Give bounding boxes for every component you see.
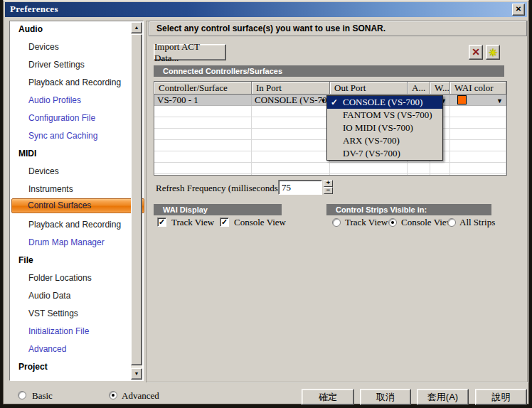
apply-button[interactable]: 套用(A) — [417, 389, 469, 405]
sidebar-item-advanced[interactable]: Advanced — [28, 343, 66, 355]
add-controller-icon[interactable]: ✳ — [486, 45, 500, 60]
track-view-checkbox-label[interactable]: Track View — [171, 217, 214, 228]
dropdown-option-console[interactable]: ✓CONSOLE (VS-700) — [327, 96, 442, 109]
spin-down-icon[interactable]: − — [324, 187, 333, 194]
scroll-up-icon[interactable]: ▲ — [131, 22, 142, 33]
wai-color-swatch[interactable] — [457, 95, 467, 104]
column-wai-color[interactable]: WAI color — [450, 82, 506, 95]
strips-all-strips-radio[interactable] — [447, 218, 456, 227]
wai-color-dropdown-icon[interactable]: ▼ — [496, 96, 503, 106]
refresh-frequency-stepper: + − — [324, 180, 333, 195]
sidebar-item-initialization-file[interactable]: Initialization File — [28, 326, 89, 337]
category-sidebar: Audio Devices Driver Settings Playback a… — [9, 21, 144, 381]
refresh-frequency-input[interactable] — [278, 180, 322, 195]
out-port-dropdown-list: ✓CONSOLE (VS-700) FANTOM VS (VS-700) IO … — [326, 95, 443, 161]
check-icon: ✓ — [331, 96, 338, 109]
strips-console-view-radio[interactable] — [388, 218, 397, 227]
dropdown-option-arx[interactable]: ARX (VS-700) — [327, 134, 442, 147]
dropdown-option-io-midi[interactable]: IO MIDI (VS-700) — [327, 122, 442, 134]
delete-controller-icon[interactable]: ✕ — [469, 45, 483, 60]
sidebar-item-drum-map-manager[interactable]: Drum Map Manager — [28, 237, 105, 248]
strips-all-strips-label[interactable]: All Strips — [459, 217, 495, 228]
sidebar-item-driver-settings[interactable]: Driver Settings — [28, 59, 85, 70]
sidebar-item-audio[interactable]: Audio — [18, 23, 43, 35]
ok-button[interactable]: 確定 — [302, 389, 354, 405]
sidebar-item-folder-locations[interactable]: Folder Locations — [28, 272, 92, 284]
cell-in-port[interactable]: CONSOLE (VS-700)▼ — [252, 95, 330, 106]
close-icon[interactable]: ✕ — [512, 4, 525, 16]
instruction-strip: Select any control surface(s) you want t… — [149, 21, 527, 36]
sidebar-item-midi[interactable]: MIDI — [18, 148, 36, 159]
sidebar-item-audio-profiles[interactable]: Audio Profiles — [28, 95, 81, 106]
cell-controller-surface[interactable]: VS-700 - 1 — [154, 95, 252, 106]
dropdown-option-dv7[interactable]: DV-7 (VS-700) — [327, 147, 442, 160]
sidebar-item-configuration-file[interactable]: Configuration File — [28, 112, 95, 124]
in-port-dropdown-icon[interactable]: ▼ — [320, 96, 326, 106]
sidebar-item-midi-devices[interactable]: Devices — [28, 166, 59, 177]
sidebar-item-vst-settings[interactable]: VST Settings — [28, 308, 78, 319]
import-act-data-button[interactable]: Import ACT Data... — [154, 44, 226, 60]
sidebar-scrollbar[interactable]: ▲ ▼ — [131, 22, 142, 380]
option-label: IO MIDI (VS-700) — [343, 122, 413, 133]
window-title: Preferences — [10, 4, 58, 15]
cell-wai-color[interactable]: ▼ — [450, 95, 506, 106]
sidebar-item-project[interactable]: Project — [18, 361, 48, 372]
scrollbar-thumb[interactable] — [131, 34, 142, 365]
preferences-dialog: Preferences ✕ Audio Devices Driver Setti… — [3, 0, 529, 404]
option-label: FANTOM VS (VS-700) — [343, 109, 432, 120]
scroll-down-icon[interactable]: ▼ — [131, 368, 142, 380]
basic-mode-radio[interactable] — [18, 391, 26, 399]
option-label: ARX (VS-700) — [343, 135, 400, 146]
strips-console-view-label[interactable]: Console View — [401, 217, 453, 228]
console-view-checkbox-label[interactable]: Console View — [234, 217, 286, 228]
basic-mode-label[interactable]: Basic — [32, 390, 53, 402]
option-label: DV-7 (VS-700) — [343, 148, 400, 159]
strips-track-view-radio[interactable] — [332, 218, 341, 227]
refresh-frequency-label: Refresh Frequency (milliseconds): — [156, 183, 284, 194]
in-port-value: CONSOLE (VS-700) — [255, 95, 330, 105]
sidebar-item-file[interactable]: File — [18, 254, 33, 266]
sidebar-item-audio-data[interactable]: Audio Data — [28, 290, 70, 301]
sidebar-item-control-surfaces-selected[interactable]: Control Surfaces — [11, 198, 144, 213]
column-controller-surface[interactable]: Controller/Surface — [154, 82, 252, 95]
column-in-port[interactable]: In Port — [252, 82, 330, 95]
cancel-button[interactable]: 取消 — [360, 389, 411, 405]
help-button[interactable]: 說明 — [475, 389, 527, 405]
screen: Preferences ✕ Audio Devices Driver Setti… — [0, 0, 532, 408]
advanced-mode-label[interactable]: Advanced — [122, 390, 159, 402]
sidebar-item-sync-caching[interactable]: Sync and Caching — [28, 130, 97, 141]
sidebar-item-playback-recording[interactable]: Playback and Recording — [28, 77, 121, 88]
sidebar-item-midi-playback-recording[interactable]: Playback and Recording — [28, 219, 121, 230]
title-bar[interactable]: Preferences ✕ — [5, 2, 527, 17]
control-strips-header: Control Strips Visible in: — [326, 204, 491, 215]
console-view-checkbox[interactable]: ✓ — [220, 218, 229, 227]
table-header-row: Controller/Surface In Port Out Port A...… — [154, 82, 506, 95]
dropdown-option-fantom[interactable]: FANTOM VS (VS-700) — [327, 109, 442, 122]
wai-display-header: WAI Display — [154, 204, 282, 215]
column-out-port[interactable]: Out Port — [330, 82, 408, 95]
sidebar-item-audio-devices[interactable]: Devices — [28, 41, 59, 53]
column-act[interactable]: A... — [408, 82, 430, 95]
track-view-checkbox[interactable]: ✓ — [157, 218, 166, 227]
connected-controllers-header: Connected Controllers/Surfaces — [154, 65, 504, 77]
table-empty-row — [154, 163, 506, 174]
sidebar-item-instruments[interactable]: Instruments — [28, 183, 73, 195]
table-empty-row — [154, 174, 506, 176]
strips-track-view-label[interactable]: Track View — [345, 217, 388, 228]
advanced-mode-radio[interactable] — [109, 391, 117, 399]
option-label: CONSOLE (VS-700) — [343, 97, 422, 107]
column-wai[interactable]: W... — [430, 82, 450, 95]
